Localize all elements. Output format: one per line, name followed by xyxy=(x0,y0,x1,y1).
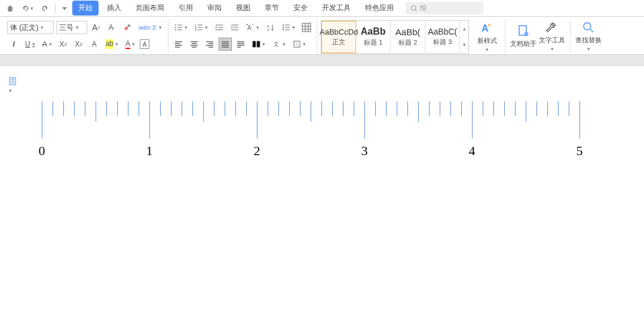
align-distribute-button[interactable] xyxy=(234,38,247,51)
new-style-button[interactable]: A 新样式▾ xyxy=(473,20,501,54)
underline-button[interactable]: U▾ xyxy=(23,38,38,51)
redo-button[interactable] xyxy=(38,3,51,14)
ruler-label: 0 xyxy=(39,143,45,159)
ruler-tick xyxy=(182,101,182,116)
char-border-button[interactable]: A xyxy=(140,39,149,49)
tab-dev[interactable]: 开发工具 xyxy=(316,1,357,16)
ruler-tick xyxy=(569,101,569,116)
ruler-tick xyxy=(386,101,387,116)
text-direction-button[interactable]: 文▾ xyxy=(270,38,288,51)
document-bar xyxy=(0,55,644,66)
style-item-h1[interactable]: AaBb 标题 1 xyxy=(356,21,391,53)
style-item-h3[interactable]: AaBbC( 标题 3 xyxy=(425,21,460,53)
style-gallery-more[interactable]: ▴▾ xyxy=(460,21,468,53)
tab-insert[interactable]: 插入 xyxy=(101,1,127,16)
tab-reference[interactable]: 引用 xyxy=(173,1,199,16)
doc-helper-icon xyxy=(516,24,530,38)
separator xyxy=(55,4,56,13)
align-justify-button[interactable] xyxy=(219,38,232,51)
ruler-tick xyxy=(289,101,290,116)
highlight-button[interactable]: ab▾ xyxy=(103,38,121,51)
bold-button[interactable]: I xyxy=(7,38,20,51)
font-shrink-button[interactable]: A- xyxy=(105,21,118,34)
indent-decrease-button[interactable] xyxy=(213,21,226,34)
ruler-tick xyxy=(354,101,354,116)
undo-button[interactable]: ▾ xyxy=(19,3,36,14)
indent-increase-button[interactable] xyxy=(228,21,241,34)
paragraph-group: ▾ 123▾ A▾ AZ ▾ ▾ 文▾ ▾ xyxy=(168,19,317,54)
style-preview: AaBb xyxy=(361,26,386,37)
text-tools-button[interactable]: 文字工具▾ xyxy=(538,19,566,53)
ruler-tick xyxy=(418,101,419,122)
char-shading-button[interactable]: A xyxy=(88,38,101,51)
ruler-diagram: 012345 xyxy=(42,101,602,161)
ruler-label: 2 xyxy=(254,143,260,159)
number-list-button[interactable]: 123▾ xyxy=(192,21,210,34)
svg-text:A: A xyxy=(482,23,489,33)
tools-group: 文档助手 文字工具▾ xyxy=(505,19,571,54)
ruler-tick xyxy=(214,101,214,116)
superscript-button[interactable]: X2 xyxy=(57,38,70,51)
ruler-tick xyxy=(160,101,161,116)
ruler-label: 3 xyxy=(361,143,368,159)
tab-review[interactable]: 审阅 xyxy=(201,1,228,16)
ruler-tick xyxy=(268,101,268,116)
borders-button[interactable]: ▾ xyxy=(290,38,308,51)
svg-text:3: 3 xyxy=(195,28,197,32)
find-group: 查找替换▾ xyxy=(571,19,606,54)
style-preview: AaBb( xyxy=(395,27,421,37)
style-item-h2[interactable]: AaBb( 标题 2 xyxy=(391,21,425,53)
tab-special[interactable]: 特色应用 xyxy=(359,1,400,16)
table-button[interactable] xyxy=(300,21,313,34)
phonetic-button[interactable]: wén文▾ xyxy=(136,21,164,34)
style-label: 正文 xyxy=(332,38,345,47)
font-size-select[interactable]: 三号▾ xyxy=(56,21,87,34)
subscript-button[interactable]: X2 xyxy=(72,38,85,51)
font-color-button[interactable]: A▾ xyxy=(123,38,137,51)
ruler-tick xyxy=(483,101,483,116)
strike-button[interactable]: A▾ xyxy=(40,38,54,51)
ruler-tick xyxy=(139,101,139,116)
bullet-list-button[interactable]: ▾ xyxy=(172,21,190,34)
align-right-button[interactable] xyxy=(203,38,216,51)
dropdown-button[interactable] xyxy=(59,4,70,13)
font-grow-button[interactable]: A+ xyxy=(90,21,103,34)
ruler-tick xyxy=(440,101,440,116)
line-spacing-button[interactable]: ▾ xyxy=(280,21,298,34)
ruler-tick xyxy=(117,101,118,116)
ruler-tick xyxy=(42,101,42,138)
tab-chapter[interactable]: 章节 xyxy=(259,1,285,16)
align-center-button[interactable] xyxy=(188,38,201,51)
doc-helper-button[interactable]: 文档助手 xyxy=(509,19,538,53)
home-icon[interactable] xyxy=(4,3,17,14)
tab-security[interactable]: 安全 xyxy=(287,1,314,16)
ruler-tick xyxy=(321,101,322,116)
find-replace-button[interactable]: 查找替换▾ xyxy=(574,19,603,53)
columns-button[interactable]: ▾ xyxy=(250,38,268,51)
ruler-tick xyxy=(375,101,376,116)
search-input[interactable]: 绘 xyxy=(406,2,483,14)
align-left-button[interactable] xyxy=(172,38,185,51)
ruler-tick xyxy=(461,101,462,116)
style-item-body[interactable]: AaBbCcDd 正文 xyxy=(321,21,356,53)
clear-format-button[interactable] xyxy=(121,21,134,34)
text-scale-button[interactable]: A▾ xyxy=(244,21,262,34)
tab-layout[interactable]: 页面布局 xyxy=(130,1,170,16)
search-icon xyxy=(410,5,418,12)
ruler-tick xyxy=(85,101,85,116)
ruler-tick xyxy=(429,101,430,116)
styles-group: AaBbCcDd 正文 AaBb 标题 1 AaBb( 标题 2 AaBbC( … xyxy=(317,19,505,54)
sort-button[interactable]: AZ xyxy=(264,21,277,34)
svg-text:文: 文 xyxy=(274,41,279,47)
ruler-tick xyxy=(53,101,53,116)
tab-view[interactable]: 视图 xyxy=(230,1,256,16)
font-family-select[interactable]: 体 (正文)▾ xyxy=(7,21,54,34)
style-label: 标题 3 xyxy=(433,38,452,47)
svg-point-0 xyxy=(412,5,416,10)
tab-start[interactable]: 开始 xyxy=(72,1,99,16)
ruler-tick xyxy=(225,101,225,116)
ruler-tick xyxy=(515,101,516,116)
ruler-tick xyxy=(526,101,526,122)
svg-text:A: A xyxy=(247,24,252,31)
ruler-tick xyxy=(332,101,333,116)
